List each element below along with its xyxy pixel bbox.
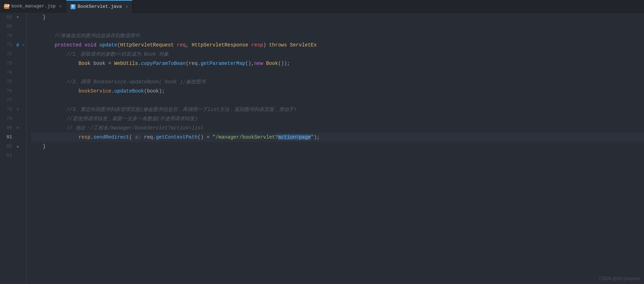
line-num-70: 70	[0, 31, 15, 40]
line-num-82: 82	[0, 142, 15, 151]
code-line-70: //将修改后的图书信息保存到数据库中	[31, 31, 644, 40]
fold-marker-78[interactable]: ▽	[15, 107, 21, 112]
line-num-74: 74	[0, 68, 15, 77]
gutter-row-68: 68 ▼	[0, 13, 26, 22]
gutter-row-71: 71 @ ▽	[0, 40, 26, 50]
gutter-row-72: 72	[0, 50, 26, 59]
gutter-row-74: 74	[0, 68, 26, 77]
fold-marker-82[interactable]: ▲	[15, 145, 21, 149]
tab-label-book-servlet: BookServlet.java	[78, 4, 122, 9]
comment-72: //1、获取请求的参数==封装成为 Book 对象	[67, 51, 169, 57]
code-line-69	[31, 22, 644, 31]
string-path: "/manager/bookServlet?	[213, 134, 278, 140]
code-line-74	[31, 68, 644, 77]
code-line-80: // 地址：/工程名/manager/bookServlet?action=li…	[31, 123, 644, 133]
gutter-row-75: 75	[0, 77, 26, 87]
comment-70: //将修改后的图书信息保存到数据库中	[55, 33, 140, 39]
code-line-68: }	[31, 13, 644, 22]
gutter-row-82: 82 ▲	[0, 142, 26, 151]
param-hint-81: s:	[135, 134, 144, 140]
line-num-71: 71	[0, 40, 15, 50]
line-num-80: 80	[0, 123, 15, 133]
close-tab-book-servlet[interactable]: ✕	[125, 4, 128, 9]
override-marker-71[interactable]: @	[15, 43, 21, 47]
line-num-75: 75	[0, 77, 15, 87]
gutter-row-78: 78 ▽	[0, 105, 26, 114]
fold-marker-71[interactable]: ▽	[21, 43, 26, 47]
gutter-row-76: 76	[0, 87, 26, 96]
gutter-row-81: 81	[0, 133, 26, 142]
tab-book-servlet[interactable]: C BookServlet.java ✕	[66, 0, 133, 13]
line-num-77: 77	[0, 96, 15, 105]
comment-79: //若使用请求转发，刷新一次多一条数据(不使用请求转发)	[67, 116, 198, 122]
tab-label-book-manager: book_manager.jsp	[11, 4, 56, 9]
code-line-83	[31, 151, 644, 160]
fold-marker-80[interactable]: ▽	[15, 126, 21, 130]
line-num-83: 83	[0, 151, 15, 160]
tab-book-manager[interactable]: JSP book_manager.jsp ✕	[0, 0, 66, 13]
code-line-79: //若使用请求转发，刷新一次多一条数据(不使用请求转发)	[31, 114, 644, 123]
line-num-73: 73	[0, 59, 15, 68]
gutter-row-83: 83	[0, 151, 26, 160]
comment-75: //2、调用 BookService.updateBook( book );修改…	[67, 79, 206, 85]
gutter-row-80: 80 ▽	[0, 123, 26, 133]
code-line-73: Book book = WebUtils.copyParamToBean(req…	[31, 59, 644, 68]
code-line-71: protected void update(HttpServletRequest…	[31, 40, 644, 50]
editor: 68 ▼ 69 70 71 @ ▽ 72 73 74	[0, 13, 644, 284]
gutter-row-69: 69	[0, 22, 26, 31]
line-num-81: 81	[0, 133, 15, 142]
gutter: 68 ▼ 69 70 71 @ ▽ 72 73 74	[0, 13, 27, 284]
java-icon: C	[71, 4, 75, 9]
code-line-75: //2、调用 BookService.updateBook( book );修改…	[31, 77, 644, 87]
comment-78: //3、重定向回图书列表管理页面(修改图书信息后，再调用一下list方法，返回图…	[67, 107, 297, 112]
close-tab-book-manager[interactable]: ✕	[59, 4, 62, 9]
line-num-72: 72	[0, 50, 15, 59]
tab-bar: JSP book_manager.jsp ✕ C BookServlet.jav…	[0, 0, 644, 13]
code-line-72: //1、获取请求的参数==封装成为 Book 对象	[31, 50, 644, 59]
jsp-icon: JSP	[4, 4, 9, 9]
code-line-82: }	[31, 142, 644, 151]
code-line-76: bookService.updateBook(book);	[31, 87, 644, 96]
comment-80: // 地址：/工程名/manager/bookServlet?action=li…	[67, 125, 203, 131]
line-num-76: 76	[0, 87, 15, 96]
gutter-row-79: 79	[0, 114, 26, 123]
code-line-78: //3、重定向回图书列表管理页面(修改图书信息后，再调用一下list方法，返回图…	[31, 105, 644, 114]
code-line-81: resp.sendRedirect( s: req.getContextPath…	[31, 133, 644, 142]
line-num-79: 79	[0, 114, 15, 123]
line-num-68: 68	[0, 13, 15, 22]
line-num-69: 69	[0, 22, 15, 31]
fold-marker-68[interactable]: ▼	[15, 16, 21, 20]
code-area[interactable]: } //将修改后的图书信息保存到数据库中 protected void upda…	[27, 13, 644, 284]
gutter-row-77: 77	[0, 96, 26, 105]
watermark: CSDN @KK-Greyson	[599, 276, 640, 281]
code-line-77	[31, 96, 644, 105]
line-num-78: 78	[0, 105, 15, 114]
gutter-row-73: 73	[0, 59, 26, 68]
selection-81: action=page	[278, 134, 310, 140]
gutter-row-70: 70	[0, 31, 26, 40]
